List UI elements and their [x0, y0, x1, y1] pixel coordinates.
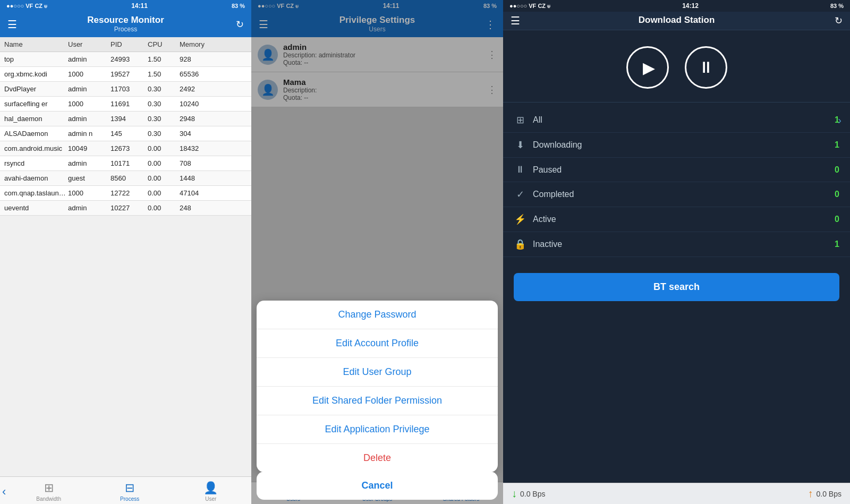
process-name: ueventd — [4, 204, 68, 212]
process-memory: 2948 — [180, 115, 217, 123]
bandwidth-icon: ⊞ — [44, 481, 54, 495]
process-memory: 708 — [180, 159, 217, 167]
process-cpu: 0.00 — [148, 159, 180, 167]
dl-stat-row: ⏸ Paused 0 — [503, 158, 850, 182]
process-pid: 11703 — [110, 85, 148, 93]
process-user: 1000 — [68, 100, 110, 108]
table-row: rsyncd admin 10171 0.00 708 — [0, 156, 251, 171]
table-row: org.xbmc.kodi 1000 19527 1.50 65536 — [0, 67, 251, 82]
process-table: top admin 24993 1.50 928 org.xbmc.kodi 1… — [0, 52, 251, 504]
hamburger-icon-3[interactable]: ☰ — [511, 14, 520, 27]
stat-icon: ⚡ — [514, 213, 526, 225]
process-cpu: 0.30 — [148, 100, 180, 108]
privilege-settings-panel: ●●○○○ VF CZ ᵾ 14:11 83 % ☰ Privilege Set… — [251, 0, 503, 504]
bottom-nav-1: ‹ ⊞ Bandwidth ⊟ Process 👤 User — [0, 476, 251, 504]
process-name: hal_daemon — [4, 115, 68, 123]
upload-arrow-icon: ↑ — [808, 488, 813, 500]
download-speed-value: 0.0 Bps — [520, 490, 545, 498]
context-edit-account[interactable]: Edit Account Profile — [257, 329, 498, 358]
process-user: 1000 — [68, 70, 110, 78]
refresh-icon-1[interactable]: ↻ — [236, 19, 244, 30]
pause-button[interactable]: ⏸ — [685, 46, 727, 89]
context-change-password[interactable]: Change Password — [257, 301, 498, 329]
col-user: User — [68, 40, 110, 48]
process-memory: 928 — [180, 55, 217, 63]
stat-label: Downloading — [533, 140, 835, 150]
dl-stat-row: ✓ Completed 0 — [503, 182, 850, 207]
process-memory: 2492 — [180, 85, 217, 93]
process-name: surfacefling er — [4, 100, 68, 108]
process-memory: 1448 — [180, 174, 217, 182]
context-edit-shared-folder[interactable]: Edit Shared Folder Permission — [257, 387, 498, 415]
status-left-1: ●●○○○ VF CZ ᵾ — [6, 3, 47, 10]
resource-monitor-panel: ●●○○○ VF CZ ᵾ 14:11 83 % ☰ Resource Moni… — [0, 0, 251, 504]
nav-process[interactable]: ⊟ Process — [89, 477, 171, 504]
col-pid: PID — [110, 40, 148, 48]
process-cpu: 0.30 — [148, 130, 180, 138]
table-row: avahi-daemon guest 8560 0.00 1448 — [0, 171, 251, 186]
dl-stat-row: ⬇ Downloading 1 — [503, 133, 850, 158]
process-pid: 145 — [110, 130, 148, 138]
dl-stat-row[interactable]: ⊞ All 1 › — [503, 108, 850, 133]
process-memory: 65536 — [180, 70, 217, 78]
stat-icon: 🔒 — [514, 238, 526, 250]
user-icon-nav: 👤 — [203, 481, 218, 495]
cancel-button[interactable]: Cancel — [257, 472, 498, 500]
stat-count: 0 — [835, 215, 839, 224]
process-cpu: 0.00 — [148, 144, 180, 152]
process-name: ALSADaemon — [4, 130, 68, 138]
context-edit-user-group[interactable]: Edit User Group — [257, 358, 498, 387]
process-user: guest — [68, 174, 110, 182]
process-pid: 24993 — [110, 55, 148, 63]
process-user: 10049 — [68, 144, 110, 152]
context-menu: Change Password Edit Account Profile Edi… — [257, 301, 498, 472]
stat-label: Completed — [533, 190, 835, 199]
process-pid: 19527 — [110, 70, 148, 78]
process-user: admin — [68, 115, 110, 123]
pause-icon: ⏸ — [698, 58, 714, 76]
table-row: com.qnap.taslauncher2 1000 12722 0.00 47… — [0, 186, 251, 201]
stat-label: All — [533, 115, 835, 125]
bt-search-area: BT search — [503, 262, 850, 312]
play-button[interactable]: ▶ — [626, 46, 669, 89]
resource-monitor-title: Resource Monitor — [0, 15, 251, 25]
process-user: admin — [68, 204, 110, 212]
bt-search-button[interactable]: BT search — [514, 273, 839, 301]
stat-count: 0 — [835, 165, 839, 175]
process-user: admin — [68, 55, 110, 63]
stat-count: 1 — [835, 140, 839, 150]
nav-user[interactable]: 👤 User — [170, 477, 251, 504]
col-cpu: CPU — [148, 40, 180, 48]
download-station-header: ☰ Download Station ↻ — [503, 12, 850, 30]
upload-speed-value: 0.0 Bps — [817, 490, 842, 498]
status-time-1: 14:11 — [131, 2, 148, 10]
chevron-right-icon: › — [838, 114, 842, 126]
process-memory: 304 — [180, 130, 217, 138]
process-cpu: 0.30 — [148, 85, 180, 93]
process-icon: ⊟ — [125, 481, 134, 495]
status-bar-1: ●●○○○ VF CZ ᵾ 14:11 83 % — [0, 0, 251, 12]
refresh-icon-3[interactable]: ↻ — [835, 15, 843, 27]
process-memory: 47104 — [180, 189, 217, 197]
table-row: DvdPlayer admin 11703 0.30 2492 — [0, 82, 251, 97]
context-delete[interactable]: Delete — [257, 444, 498, 472]
dl-stat-row: 🔒 Inactive 1 — [503, 232, 850, 257]
process-name: avahi-daemon — [4, 174, 68, 182]
process-pid: 10227 — [110, 204, 148, 212]
nav-bandwidth[interactable]: ⊞ Bandwidth — [8, 477, 89, 504]
download-station-title: Download Station — [503, 15, 850, 25]
nav-bandwidth-label: Bandwidth — [36, 496, 61, 502]
process-name: org.xbmc.kodi — [4, 70, 68, 78]
col-name: Name — [4, 40, 68, 48]
process-pid: 8560 — [110, 174, 148, 182]
download-stats: ⊞ All 1 › ⬇ Downloading 1 ⏸ Paused 0 ✓ C… — [503, 102, 850, 262]
context-edit-app-privilege[interactable]: Edit Application Privilege — [257, 415, 498, 444]
process-memory: 10240 — [180, 100, 217, 108]
process-pid: 12673 — [110, 144, 148, 152]
process-pid: 11691 — [110, 100, 148, 108]
play-icon: ▶ — [643, 58, 655, 77]
process-cpu: 1.50 — [148, 70, 180, 78]
process-cpu: 0.00 — [148, 174, 180, 182]
nav-process-label: Process — [120, 496, 139, 502]
nav-back[interactable]: ‹ — [0, 477, 8, 504]
